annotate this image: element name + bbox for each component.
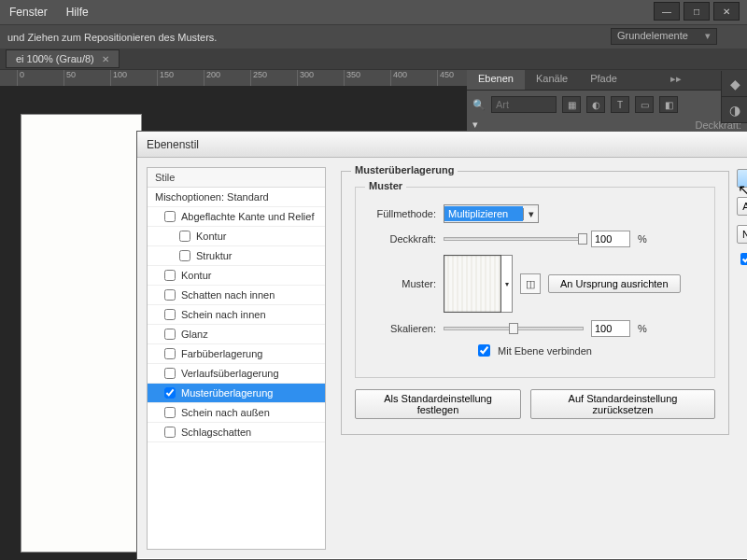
ruler-tick: 250 — [250, 70, 297, 86]
hint-text: und Ziehen zum Repositionieren des Muste… — [7, 32, 217, 43]
checkbox[interactable] — [164, 387, 176, 399]
window-controls: — □ ✕ — [654, 2, 740, 21]
new-preset-icon[interactable]: ◫ — [520, 273, 541, 294]
checkbox[interactable] — [164, 289, 176, 301]
tab-ebenen[interactable]: Ebenen — [467, 70, 525, 90]
menubar: Fenster Hilfe — [0, 0, 747, 24]
style-satin[interactable]: Glanz — [148, 325, 325, 344]
document-canvas[interactable] — [21, 114, 142, 553]
section-title: Musterüberlagerung — [351, 164, 458, 175]
pattern-swatch[interactable] — [444, 255, 501, 313]
tab-kanaele[interactable]: Kanäle — [525, 70, 579, 90]
filter-pixel-icon[interactable]: ▦ — [562, 96, 581, 113]
scale-slider[interactable] — [444, 327, 584, 330]
muster-group-title: Muster — [365, 180, 406, 191]
filter-shape-icon[interactable]: ▭ — [635, 96, 654, 113]
close-button[interactable]: ✕ — [713, 2, 740, 21]
settings-column: Musterüberlagerung Muster Füllmethode: M… — [326, 158, 737, 559]
layers-icon[interactable]: ◆ — [722, 71, 747, 97]
percent-label: % — [638, 323, 647, 334]
layers-panel: Ebenen Kanäle Pfade ▸▸ ▾≡ 🔍 ▦ ◐ T ▭ ◧ ▾ … — [467, 70, 747, 136]
style-bevel-kontur[interactable]: Kontur — [148, 227, 325, 246]
document-tab-label: ei 100% (Grau/8) — [16, 53, 94, 64]
document-tab-strip: ei 100% (Grau/8) ✕ — [0, 49, 747, 69]
menu-hilfe[interactable]: Hilfe — [66, 6, 89, 19]
side-icon-rail: ◆ ◑ — [721, 71, 747, 123]
style-stroke[interactable]: Kontur — [148, 266, 325, 286]
blend-mode-value: Multiplizieren — [444, 206, 523, 221]
close-icon[interactable]: ✕ — [102, 54, 109, 64]
filter-text-icon[interactable]: T — [611, 96, 629, 113]
snap-to-origin-button[interactable]: An Ursprung ausrichten — [548, 274, 681, 293]
chevron-down-icon[interactable]: ▾ — [523, 208, 538, 220]
panel-collapse-icon[interactable]: ▸▸ — [665, 70, 687, 90]
style-drop-shadow[interactable]: Schlagschatten — [148, 423, 325, 442]
style-inner-glow[interactable]: Schein nach innen — [148, 305, 325, 325]
ruler-tick: 0 — [17, 70, 63, 86]
checkbox[interactable] — [179, 250, 190, 261]
filter-smart-icon[interactable]: ◧ — [659, 96, 678, 113]
search-icon: 🔍 — [472, 99, 486, 111]
pattern-picker-dropdown[interactable]: ▾ — [501, 255, 513, 313]
dialog-action-column: A N — [737, 158, 747, 559]
style-gradient-overlay[interactable]: Verlaufsüberlagerung — [148, 364, 325, 384]
link-with-layer-label: Mit Ebene verbinden — [498, 345, 592, 357]
dialog-title: Ebenenstil — [137, 132, 747, 158]
style-blend-options[interactable]: Mischoptionen: Standard — [148, 188, 325, 207]
checkbox[interactable] — [164, 329, 176, 340]
reset-default-button[interactable]: Auf Standardeinstellung zurücksetzen — [530, 389, 715, 419]
checkbox[interactable] — [164, 211, 176, 222]
ruler-tick: 300 — [297, 70, 344, 86]
maximize-button[interactable]: □ — [684, 2, 710, 21]
checkbox[interactable] — [164, 427, 176, 438]
opacity-label: Deckkraft: — [367, 233, 436, 245]
tab-pfade[interactable]: Pfade — [579, 70, 628, 90]
ruler-tick: 400 — [390, 70, 437, 86]
blend-mode-label: Füllmethode: — [367, 208, 436, 219]
checkbox[interactable] — [164, 407, 176, 418]
pattern-label: Muster: — [367, 278, 436, 289]
blend-mode-combo[interactable]: Multiplizieren ▾ — [444, 204, 539, 223]
percent-label: % — [638, 233, 647, 245]
make-default-button[interactable]: Als Standardeinstellung festlegen — [355, 389, 521, 419]
scale-input[interactable] — [591, 320, 630, 337]
link-with-layer-checkbox[interactable] — [478, 344, 490, 357]
document-tab[interactable]: ei 100% (Grau/8) ✕ — [6, 49, 120, 68]
styles-header: Stile — [148, 168, 325, 188]
checkbox[interactable] — [164, 270, 176, 281]
ruler-tick: 200 — [204, 70, 250, 86]
menu-fenster[interactable]: Fenster — [9, 6, 48, 19]
preview-checkbox[interactable] — [740, 253, 747, 265]
side-button-a[interactable]: A — [737, 197, 747, 216]
checkbox[interactable] — [164, 309, 176, 320]
blend-mode-dropdown[interactable]: ▾ — [472, 119, 566, 131]
ruler-tick: 100 — [110, 70, 157, 86]
minimize-button[interactable]: — — [654, 2, 680, 21]
ruler-tick: 350 — [344, 70, 390, 86]
scale-label: Skalieren: — [367, 323, 436, 334]
opacity-slider[interactable] — [444, 237, 584, 241]
ruler-tick: 50 — [63, 70, 110, 86]
adjustments-icon[interactable]: ◑ — [722, 97, 747, 123]
pattern-overlay-fieldset: Musterüberlagerung Muster Füllmethode: M… — [341, 171, 729, 435]
style-outer-glow[interactable]: Schein nach außen — [148, 403, 325, 423]
checkbox[interactable] — [179, 231, 190, 242]
style-inner-shadow[interactable]: Schatten nach innen — [148, 286, 325, 305]
style-color-overlay[interactable]: Farbüberlagerung — [148, 344, 325, 364]
layer-filter-input[interactable] — [491, 96, 557, 113]
layer-style-dialog: Ebenenstil Stile Mischoptionen: Standard… — [136, 131, 747, 560]
ruler-tick: 150 — [157, 70, 204, 86]
style-pattern-overlay[interactable]: Musterüberlagerung — [148, 384, 325, 403]
ok-button[interactable] — [737, 169, 747, 188]
side-button-n[interactable]: N — [737, 225, 747, 244]
checkbox[interactable] — [164, 348, 176, 359]
opacity-input[interactable] — [591, 231, 630, 247]
preset-dropdown[interactable]: Grundelemente — [611, 28, 717, 45]
style-bevel-struktur[interactable]: Struktur — [148, 246, 325, 266]
style-bevel[interactable]: Abgeflachte Kante und Relief — [148, 207, 325, 227]
filter-adjust-icon[interactable]: ◐ — [586, 96, 605, 113]
checkbox[interactable] — [164, 368, 176, 379]
styles-list: Stile Mischoptionen: Standard Abgeflacht… — [147, 167, 326, 550]
